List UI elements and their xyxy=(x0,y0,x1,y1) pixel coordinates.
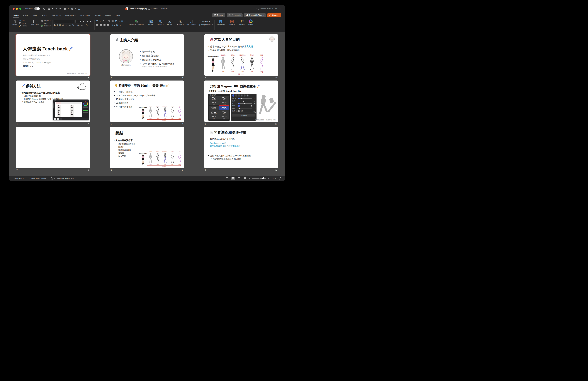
search-input[interactable]: Search (Cmd + Ctrl + U) xyxy=(256,8,281,10)
change-case-button[interactable]: Aa▾ xyxy=(77,24,80,26)
brush-tile[interactable]: 粉笔2 xyxy=(209,115,219,119)
zoom-level[interactable]: 197% xyxy=(271,177,276,179)
strikethrough-button[interactable]: ab xyxy=(62,24,64,26)
underline-button[interactable]: U xyxy=(59,24,61,26)
record-button[interactable]: Record xyxy=(212,13,225,17)
slideshow-view-button[interactable] xyxy=(243,177,247,180)
reset-button[interactable]: Reset xyxy=(41,22,51,24)
tab-insert[interactable]: Insert xyxy=(23,13,28,17)
tab-record[interactable]: Record xyxy=(94,13,101,17)
shapes-quick-chevron-icon[interactable]: ▾ xyxy=(75,8,76,9)
close-button[interactable] xyxy=(13,8,15,10)
normal-view-button[interactable] xyxy=(225,177,229,180)
shapes-quick-icon[interactable] xyxy=(71,7,73,10)
shrink-font-button[interactable]: Aᵛ xyxy=(87,20,89,22)
brush-tile[interactable]: 粉笔3 xyxy=(219,115,229,119)
brush-tile[interactable]: Egg Opacity xyxy=(209,111,219,115)
slide-thumbnail-7[interactable] xyxy=(16,127,90,168)
tab-draw[interactable]: Draw xyxy=(32,13,37,17)
zoom-slider[interactable] xyxy=(252,178,266,179)
font-name-select[interactable]: ▾ xyxy=(54,20,74,23)
undo-chevron-icon[interactable]: ▾ xyxy=(56,8,57,9)
brush-tile[interactable]: 草图2 xyxy=(219,96,229,101)
zoom-out-button[interactable]: − xyxy=(249,177,250,180)
tab-transitions[interactable]: Transitions xyxy=(51,13,61,17)
undo-icon[interactable] xyxy=(52,7,54,10)
align-center-button[interactable] xyxy=(100,24,102,27)
paste-button[interactable]: Paste ▾ xyxy=(11,19,18,26)
brush-tile[interactable]: 粉笔1 xyxy=(219,111,229,115)
bullets-button[interactable] xyxy=(96,20,99,23)
picture-button[interactable]: Picture ▾ xyxy=(148,19,155,26)
quick-styles-button[interactable]: Quick Styles ▾ xyxy=(186,19,197,26)
textbox-quick-icon[interactable]: A xyxy=(78,7,80,10)
slide-thumbnail-2[interactable]: 主講人介紹 @OharaSaya 資深畫畫羣友 資深妳畫我猜玩家 資深美少女遊戲… xyxy=(110,34,184,76)
character-spacing-button[interactable]: A̲V̲▾ xyxy=(72,24,75,26)
shape-outline-button[interactable]: Shape Outline▾ xyxy=(198,24,213,26)
comments-button[interactable]: Comments xyxy=(227,13,243,17)
reading-view-button[interactable] xyxy=(237,177,241,180)
slide-thumbnail-1[interactable]: 人體速寫 Teach back 主辦：全球美少女观察❄Plus 羣友 主講：@O… xyxy=(16,34,90,76)
brush-tile[interactable]: 粉蜡笔 xyxy=(219,101,229,105)
zoom-in-button[interactable]: + xyxy=(268,177,270,180)
align-text-vertical-button[interactable] xyxy=(116,24,119,27)
align-right-button[interactable] xyxy=(103,24,106,27)
columns-button[interactable] xyxy=(121,20,123,23)
brush-tile[interactable]: 草图圆形 xyxy=(209,96,219,101)
slide-thumbnail-3[interactable]: 本次大會的目的 分享一種從《毛厂速写团练》得到的速寫實踐 請各位親自動筆，體驗這… xyxy=(204,34,278,76)
tab-home[interactable]: Home xyxy=(13,13,19,17)
tab-review[interactable]: Review xyxy=(105,13,111,17)
cut-button[interactable]: ✂Cut xyxy=(19,20,27,22)
new-slide-quick-chevron-icon[interactable]: ▾ xyxy=(68,8,69,9)
slide-thumbnail-6[interactable]: 請打開 Magma URL 並調整畫筆 笔刷设置 ——使用 Round Opac… xyxy=(204,81,278,122)
tab-view[interactable]: View xyxy=(116,13,120,17)
subscript-button[interactable]: x2 xyxy=(69,24,71,26)
add-ins-button[interactable]: Add-ins xyxy=(229,19,235,31)
clear-formatting-button[interactable]: A◇ xyxy=(90,20,93,22)
copilot-button[interactable]: Copilot xyxy=(248,19,254,26)
numbering-button[interactable]: 123 xyxy=(102,20,104,23)
home-icon[interactable] xyxy=(43,7,45,10)
advanced-settings-button[interactable]: 打开高级设置 xyxy=(232,114,255,116)
italic-button[interactable]: I xyxy=(57,24,58,26)
present-in-teams-button[interactable]: T Present in Teams xyxy=(244,13,266,17)
autosave-toggle[interactable] xyxy=(34,7,40,10)
slide-thumbnail-5[interactable]: 時間安排（準備 10min，畫畫 45min） 00 開場，介紹流程 05 各自… xyxy=(110,81,184,122)
new-slide-button[interactable]: New Slide ▾ xyxy=(30,19,40,26)
font-color-button[interactable]: A▾ xyxy=(85,24,88,26)
line-spacing-button[interactable] xyxy=(115,20,118,23)
zoom-window-button[interactable] xyxy=(19,8,21,10)
designer-button[interactable]: Designer xyxy=(239,19,246,26)
decrease-indent-button[interactable] xyxy=(108,20,110,23)
superscript-button[interactable]: x2 xyxy=(65,24,67,26)
shape-fill-button[interactable]: Shape Fill▾ xyxy=(198,20,213,22)
doc-status[interactable]: General — Saved ▾ xyxy=(148,8,168,10)
tab-slide-show[interactable]: Slide Show xyxy=(80,13,90,17)
slide-thumbnail-9[interactable]: 問卷調查和課後作業 我們將會向參加者發放問卷 Feedback is a gif… xyxy=(204,127,278,168)
tab-design[interactable]: Design xyxy=(41,13,47,17)
format-button[interactable]: Format xyxy=(19,25,27,27)
highlight-color-button[interactable]: ▾ xyxy=(81,24,84,26)
slide-thumbnail-8[interactable]: 總結 人物速寫畫法分享 使用粗畫筆繪製剪影 圖形化 加透視線轉 3D 補線條 深… xyxy=(110,127,184,168)
font-size-select[interactable]: ▾ xyxy=(75,20,82,23)
brush-tile-selected[interactable]: Round Opacity xyxy=(219,106,229,110)
accessibility-button[interactable]: ! Accessibility: Investigate xyxy=(51,177,74,179)
convert-to-smartart-button[interactable]: Convert to SmartArt ▾ xyxy=(128,19,145,31)
more-toolbar-icon[interactable]: ⋯ xyxy=(82,7,84,10)
increase-indent-button[interactable] xyxy=(111,20,114,23)
tab-animations[interactable]: Animations xyxy=(65,13,75,17)
slide-thumbnail-4[interactable]: 參與方法 今天我們將一起完成一個人物照片的速寫 保持打開本屏幕分享 同時加入 M… xyxy=(16,81,90,122)
redo-icon[interactable] xyxy=(59,7,62,10)
minimize-button[interactable] xyxy=(16,8,18,10)
arrange-button[interactable]: Arrange ▾ xyxy=(176,19,184,26)
layout-button[interactable]: Layout▾ xyxy=(41,20,51,22)
justify-button[interactable] xyxy=(107,24,109,27)
sensitivity-button[interactable]: Sensitivity ▾ xyxy=(216,19,226,31)
section-button[interactable]: Section▾ xyxy=(41,25,51,27)
shapes-button[interactable]: Shapes ▾ xyxy=(156,19,164,26)
grow-font-button[interactable]: A＾ xyxy=(83,20,86,22)
fullscreen-button[interactable] xyxy=(278,177,282,180)
save-icon[interactable] xyxy=(47,7,50,10)
share-button[interactable]: Share ▾ xyxy=(267,13,281,17)
slide-sorter-view-button[interactable] xyxy=(231,177,235,180)
